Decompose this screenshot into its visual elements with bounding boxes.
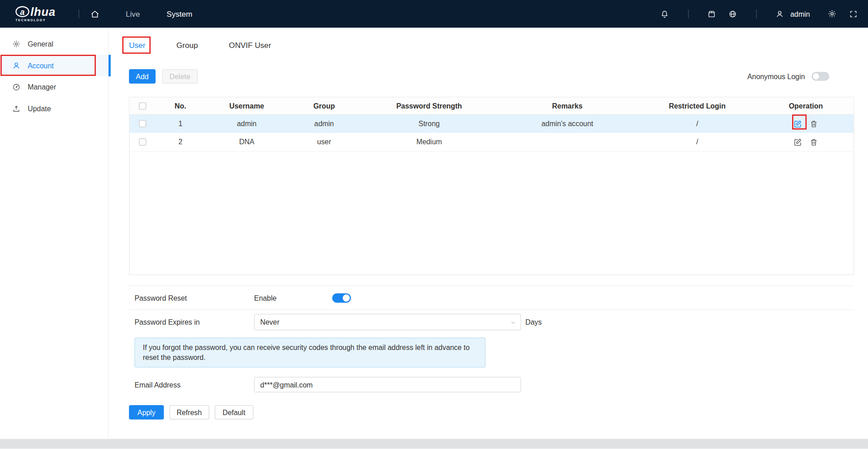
tab-onvif-user[interactable]: ONVIF User: [229, 41, 271, 50]
apply-button[interactable]: Apply: [129, 405, 164, 420]
password-reset-label: Password Reset: [134, 293, 254, 302]
topbar-right-controls: admin: [658, 7, 860, 20]
current-user-name: admin: [790, 9, 810, 18]
sidebar: General Account Manager Update: [0, 28, 109, 439]
fullscreen-icon[interactable]: [846, 7, 859, 20]
dahua-logo-text: lhua: [30, 6, 55, 18]
page-footer: [0, 439, 868, 449]
user-icon: [12, 61, 20, 70]
sidebar-item-label: General: [28, 40, 53, 48]
user-table: No. Username Group Password Strength Rem…: [129, 97, 854, 275]
package-icon[interactable]: [705, 7, 718, 20]
sidebar-item-update[interactable]: Update: [0, 98, 108, 120]
main-content: User Group ONVIF User Add Delete Anonymo…: [111, 28, 868, 439]
dahua-logo: a lhua TECHNOLOGY: [15, 6, 55, 22]
globe-language-icon[interactable]: [726, 7, 739, 20]
home-icon[interactable]: [88, 7, 101, 20]
cell-username: DNA: [205, 138, 288, 146]
form-action-buttons: Apply Refresh Default: [129, 405, 854, 420]
cell-no: 2: [156, 138, 205, 146]
email-address-input[interactable]: [254, 377, 521, 392]
user-icon: [773, 7, 786, 20]
password-expires-value: Never: [260, 318, 279, 326]
user-toolbar: Add Delete Anonymous Login: [129, 69, 854, 84]
add-button[interactable]: Add: [129, 69, 156, 84]
table-row-dna[interactable]: 2 DNA user Medium /: [129, 133, 854, 152]
select-all-checkbox[interactable]: [139, 102, 146, 109]
default-button[interactable]: Default: [214, 405, 253, 420]
sidebar-item-general[interactable]: General: [0, 33, 108, 55]
dahua-logo-subtext: TECHNOLOGY: [15, 19, 55, 22]
dahua-logo-mark: a: [15, 6, 29, 17]
refresh-button[interactable]: Refresh: [170, 405, 209, 420]
sidebar-item-account[interactable]: Account: [0, 55, 108, 76]
notification-bell-icon[interactable]: [658, 7, 671, 20]
password-expires-label: Password Expires in: [134, 318, 254, 326]
delete-user-icon[interactable]: [809, 119, 818, 128]
manager-gauge-icon: [12, 83, 20, 91]
table-row-admin[interactable]: 1 admin admin Strong admin's account /: [129, 114, 854, 132]
column-header-operation: Operation: [758, 102, 854, 110]
upload-icon: [12, 104, 20, 113]
row-checkbox[interactable]: [139, 120, 146, 128]
password-settings-section: Password Reset Enable Password Expires i…: [129, 286, 854, 394]
sidebar-item-label: Manager: [28, 83, 56, 91]
password-reset-info-box: If you forgot the password, you can rece…: [134, 338, 485, 368]
password-reset-toggle[interactable]: [332, 293, 351, 302]
cell-password-strength: Strong: [360, 119, 498, 128]
current-user[interactable]: admin: [773, 7, 810, 20]
delete-button[interactable]: Delete: [162, 69, 198, 84]
gear-icon: [12, 40, 20, 48]
password-reset-row: Password Reset Enable: [129, 286, 854, 310]
top-bar: a lhua TECHNOLOGY Live System: [0, 0, 868, 28]
sidebar-item-label: Account: [28, 61, 54, 70]
toggle-knob: [343, 294, 350, 302]
cell-group: user: [288, 138, 360, 146]
edit-user-icon[interactable]: [793, 137, 802, 147]
sidebar-active-indicator: [109, 55, 111, 76]
toggle-knob: [813, 73, 820, 80]
password-reset-info-text: If you forgot the password, you can rece…: [143, 343, 470, 361]
column-header-password-strength: Password Strength: [360, 102, 498, 110]
cell-operation: [758, 137, 854, 147]
top-nav: Live System: [126, 9, 192, 19]
table-header-row: No. Username Group Password Strength Rem…: [129, 97, 854, 114]
column-header-restricted-login: Restricted Login: [636, 102, 758, 110]
topbar-divider: [756, 9, 756, 19]
account-tabs: User Group ONVIF User: [129, 37, 854, 54]
email-address-row: Email Address: [129, 375, 854, 394]
cell-group: admin: [288, 119, 360, 128]
cell-restricted-login: /: [636, 119, 758, 128]
sidebar-item-manager[interactable]: Manager: [0, 76, 108, 98]
sidebar-item-label: Update: [28, 104, 51, 113]
anonymous-login-toggle[interactable]: [811, 72, 829, 81]
page: a lhua TECHNOLOGY Live System: [0, 0, 868, 449]
column-header-username: Username: [205, 102, 288, 110]
column-header-no: No.: [156, 102, 205, 110]
edit-user-icon[interactable]: [793, 119, 802, 128]
topbar-divider: [79, 9, 79, 19]
password-expires-unit-label: Days: [525, 318, 541, 326]
cell-no: 1: [156, 119, 205, 128]
cell-restricted-login: /: [636, 138, 758, 146]
password-reset-enable-label: Enable: [254, 293, 332, 302]
settings-gear-icon[interactable]: [825, 7, 839, 20]
row-checkbox[interactable]: [139, 138, 146, 146]
nav-live[interactable]: Live: [126, 9, 140, 19]
column-header-remarks: Remarks: [498, 102, 636, 110]
anonymous-login-label: Anonymous Login: [747, 72, 805, 80]
cell-username: admin: [205, 119, 288, 128]
delete-user-icon[interactable]: [809, 137, 818, 147]
cell-remarks: admin's account: [498, 119, 636, 128]
cell-operation: [758, 119, 854, 128]
nav-system[interactable]: System: [166, 9, 192, 19]
anonymous-login-control: Anonymous Login: [747, 72, 829, 81]
topbar-divider: [688, 9, 688, 19]
tab-user[interactable]: User: [129, 41, 145, 50]
cell-password-strength: Medium: [360, 138, 498, 146]
chevron-down-icon: [510, 319, 517, 326]
email-address-label: Email Address: [134, 380, 254, 388]
password-expires-select[interactable]: Never: [254, 314, 521, 331]
tab-group[interactable]: Group: [176, 41, 198, 50]
password-expires-row: Password Expires in Never Days: [129, 310, 854, 334]
